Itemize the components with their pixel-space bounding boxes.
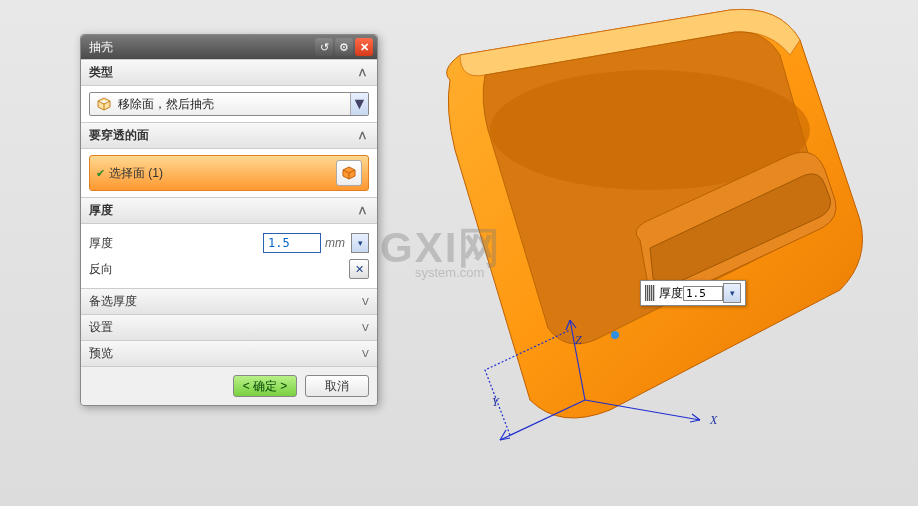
section-faces-label: 要穿透的面 [89, 127, 149, 144]
chevron-down-icon: ᐯ [362, 322, 369, 333]
section-settings-label: 设置 [89, 319, 113, 336]
shell-dialog: 抽壳 ↺ ⚙ ✕ 类型 ᐱ 移除面，然后抽壳 ▼ 要穿透的面 ᐱ ✔ [80, 34, 378, 406]
reset-button[interactable]: ↺ [315, 38, 333, 56]
face-selection-row[interactable]: ✔ 选择面 (1) [89, 155, 369, 191]
chevron-up-icon: ᐱ [355, 129, 369, 143]
cancel-button[interactable]: 取消 [305, 375, 369, 397]
chevron-up-icon: ᐱ [355, 66, 369, 80]
cube-wireframe-icon [94, 94, 114, 114]
section-alt-thickness[interactable]: 备选厚度 ᐯ [81, 288, 377, 314]
dialog-title: 抽壳 [85, 39, 313, 56]
thickness-unit: mm [325, 236, 345, 250]
close-button[interactable]: ✕ [355, 38, 373, 56]
checkmark-icon: ✔ [96, 167, 105, 180]
section-alt-thickness-label: 备选厚度 [89, 293, 137, 310]
axis-x-label: X [710, 413, 717, 428]
face-picker-button[interactable] [336, 160, 362, 186]
section-faces-header[interactable]: 要穿透的面 ᐱ [81, 122, 377, 149]
section-thickness-header[interactable]: 厚度 ᐱ [81, 197, 377, 224]
axis-y-label: Y [492, 395, 499, 410]
face-selection-text: 选择面 (1) [109, 165, 163, 182]
float-spin-button[interactable]: ▾ [723, 283, 741, 303]
reverse-label: 反向 [89, 261, 349, 278]
section-type-label: 类型 [89, 64, 113, 81]
axis-z-label: Z [575, 333, 582, 348]
section-preview-label: 预览 [89, 345, 113, 362]
thickness-float-tag[interactable]: 厚度 ▾ [640, 280, 746, 306]
dialog-footer: < 确定 > 取消 [81, 366, 377, 405]
float-thickness-input[interactable] [683, 286, 723, 301]
drag-handle-icon[interactable] [645, 285, 655, 301]
svg-point-1 [611, 331, 619, 339]
section-preview[interactable]: 预览 ᐯ [81, 340, 377, 366]
chevron-down-icon: ▼ [350, 93, 368, 115]
thickness-spinner[interactable]: ▾ [351, 233, 369, 253]
type-dropdown-text: 移除面，然后抽壳 [118, 96, 350, 113]
section-settings[interactable]: 设置 ᐯ [81, 314, 377, 340]
watermark-subtext: system.com [415, 265, 484, 280]
chevron-up-icon: ᐱ [355, 204, 369, 218]
type-dropdown[interactable]: 移除面，然后抽壳 ▼ [89, 92, 369, 116]
section-type-header[interactable]: 类型 ᐱ [81, 59, 377, 86]
thickness-input[interactable] [263, 233, 321, 253]
reverse-direction-button[interactable]: ✕ [349, 259, 369, 279]
chevron-down-icon: ᐯ [362, 296, 369, 307]
thickness-field-label: 厚度 [89, 235, 263, 252]
float-label: 厚度 [659, 285, 683, 302]
ok-button[interactable]: < 确定 > [233, 375, 297, 397]
settings-gear-icon[interactable]: ⚙ [335, 38, 353, 56]
section-thickness-label: 厚度 [89, 202, 113, 219]
dialog-titlebar[interactable]: 抽壳 ↺ ⚙ ✕ [81, 35, 377, 59]
chevron-down-icon: ᐯ [362, 348, 369, 359]
